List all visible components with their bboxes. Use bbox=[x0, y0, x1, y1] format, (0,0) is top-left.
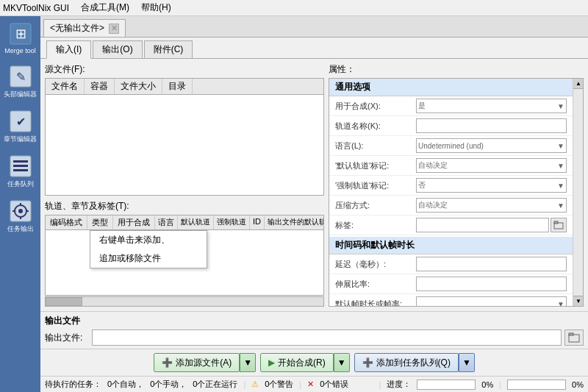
prop-forced-text: 否 bbox=[418, 180, 426, 190]
prop-trackname-value bbox=[416, 118, 567, 133]
props-scrollbar[interactable]: ▲ ▼ bbox=[573, 79, 583, 306]
sidebar-item-chapter[interactable]: ✔ 章节编辑器 bbox=[2, 107, 39, 147]
prop-row-default: '默认轨道'标记: 自动决定 ▼ bbox=[329, 156, 573, 176]
prop-lang-label: 语言(L): bbox=[335, 140, 416, 152]
prop-tags-container bbox=[416, 218, 567, 232]
col-default: 默认轨道 bbox=[178, 215, 214, 229]
tab-input[interactable]: 输入(I) bbox=[46, 40, 91, 59]
add-source-icon: ➕ bbox=[162, 357, 173, 368]
prop-compress-label: 压缩方式: bbox=[335, 200, 416, 211]
prop-row-tags: 标签: bbox=[329, 215, 573, 235]
tracks-hscroll[interactable] bbox=[45, 296, 324, 307]
status-tasks-manual: 0个手动， bbox=[150, 379, 187, 390]
prop-trackname-label: 轨道名称(K): bbox=[335, 121, 416, 132]
output-row: 输出文件: bbox=[45, 329, 584, 346]
prop-row-delay: 延迟（毫秒）: bbox=[329, 254, 573, 274]
add-source-btn[interactable]: ➕ 添加源文件(A) bbox=[154, 353, 240, 372]
prop-compress-value: 自动决定 ▼ bbox=[416, 198, 567, 213]
sidebar-item-queue[interactable]: 任务队列 bbox=[2, 152, 39, 192]
prop-tags-browse-btn[interactable] bbox=[551, 218, 567, 232]
status-progress-label: 进度： bbox=[387, 379, 411, 390]
prop-compress-select[interactable]: 自动决定 ▼ bbox=[416, 198, 567, 213]
prop-lang-select[interactable]: Undetermined (und) ▼ bbox=[416, 138, 567, 153]
start-merge-btn[interactable]: ▶ 开始合成(R) bbox=[260, 353, 334, 372]
svg-rect-22 bbox=[569, 333, 573, 335]
prop-stretch-input[interactable] bbox=[416, 277, 567, 291]
output-section-label: 输出文件 bbox=[45, 315, 584, 327]
tracks-table: 编码格式 类型 用于合成 语言 默认轨道 强制轨道 ID 输出文件的默认轨道 右… bbox=[45, 215, 324, 296]
prop-lang-value: Undetermined (und) ▼ bbox=[416, 138, 567, 153]
menu-item-tools[interactable]: 合成工具(M) bbox=[81, 1, 129, 14]
status-sep1: | bbox=[243, 380, 245, 389]
status-errors: 0个错误 bbox=[320, 379, 348, 390]
warning-icon: ⚠ bbox=[251, 379, 259, 389]
tracks-scrollbar[interactable] bbox=[45, 296, 324, 307]
sidebar-item-merge[interactable]: ⊞ Merge tool bbox=[2, 19, 39, 57]
prop-lang-arrow: ▼ bbox=[557, 142, 564, 150]
inner-tabs: 输入(I) 输出(O) 附件(C) bbox=[40, 38, 588, 59]
add-source-dropdown[interactable]: ▼ bbox=[240, 353, 256, 372]
add-queue-dropdown[interactable]: ▼ bbox=[459, 353, 475, 372]
main-layout: ⊞ Merge tool ✎ 头部编辑器 ✔ 章节编辑器 bbox=[0, 16, 588, 392]
prop-tags-value bbox=[416, 218, 567, 232]
scroll-up-btn[interactable]: ▲ bbox=[573, 79, 584, 89]
prop-fps-value: ▼ bbox=[416, 296, 567, 307]
prop-tags-input[interactable] bbox=[416, 218, 549, 232]
sidebar-merge-label: Merge tool bbox=[4, 47, 36, 54]
status-tasks-label: 待执行的任务： bbox=[45, 379, 101, 390]
prop-row-compress: 压缩方式: 自动决定 ▼ bbox=[329, 196, 573, 215]
content-area: <无输出文件> ✕ 输入(I) 输出(O) 附件(C) 源文件(F): 文件名 … bbox=[40, 16, 588, 392]
prop-fps-arrow: ▼ bbox=[557, 300, 564, 307]
tab-output[interactable]: 输出(O) bbox=[93, 40, 142, 58]
prop-use-text: 是 bbox=[418, 101, 426, 111]
prop-fps-select[interactable]: ▼ bbox=[416, 296, 567, 307]
col-lang: 语言 bbox=[155, 215, 178, 229]
left-panel: 源文件(F): 文件名 容器 文件大小 目录 轨道、章节及标签(T): 编码格式 bbox=[45, 63, 324, 307]
sidebar-item-output[interactable]: 任务输出 bbox=[2, 196, 39, 237]
prop-delay-label: 延迟（毫秒）: bbox=[335, 259, 416, 270]
prop-row-lang: 语言(L): Undetermined (und) ▼ bbox=[329, 136, 573, 156]
prop-delay-input[interactable] bbox=[416, 257, 567, 271]
add-source-label: 添加源文件(A) bbox=[176, 357, 232, 369]
menu-item-help[interactable]: 帮助(H) bbox=[141, 1, 171, 14]
prop-delay-value bbox=[416, 257, 567, 271]
prop-default-arrow: ▼ bbox=[557, 162, 564, 170]
prop-use-select[interactable]: 是 ▼ bbox=[416, 99, 567, 113]
svg-rect-7 bbox=[13, 160, 28, 163]
merge-tool-icon: ⊞ bbox=[9, 22, 32, 46]
col-filesize: 文件大小 bbox=[115, 79, 162, 94]
prop-default-value: 自动决定 ▼ bbox=[416, 158, 567, 173]
output-browse-btn[interactable] bbox=[564, 329, 584, 346]
add-queue-icon: ➕ bbox=[362, 357, 373, 368]
tracks-hscroll-thumb[interactable] bbox=[46, 297, 82, 306]
start-merge-dropdown[interactable]: ▼ bbox=[334, 353, 350, 372]
prop-lang-text: Undetermined (und) bbox=[418, 142, 484, 150]
file-table: 文件名 容器 文件大小 目录 bbox=[45, 78, 324, 196]
context-menu-item-add[interactable]: 右键单击来添加、 bbox=[90, 231, 207, 249]
col-dir: 目录 bbox=[162, 79, 193, 94]
start-merge-label: 开始合成(R) bbox=[278, 357, 326, 369]
tracks-table-header: 编码格式 类型 用于合成 语言 默认轨道 强制轨道 ID 输出文件的默认轨道 bbox=[46, 215, 323, 230]
sidebar-item-header[interactable]: ✎ 头部编辑器 bbox=[2, 62, 39, 102]
prop-stretch-label: 伸展比率: bbox=[335, 279, 416, 290]
doc-tab-close[interactable]: ✕ bbox=[109, 24, 119, 34]
prop-default-select[interactable]: 自动决定 ▼ bbox=[416, 158, 567, 173]
queue-icon bbox=[9, 154, 32, 178]
doc-tab-main[interactable]: <无输出文件> ✕ bbox=[43, 19, 126, 37]
output-file-input[interactable] bbox=[92, 329, 562, 346]
context-menu-item-remove[interactable]: 追加或移除文件 bbox=[90, 249, 207, 268]
prop-row-use: 用于合成(X): 是 ▼ bbox=[329, 96, 573, 116]
action-bar: ➕ 添加源文件(A) ▼ ▶ 开始合成(R) ▼ ➕ 添加到任务队列(Q) ▼ bbox=[40, 349, 588, 376]
svg-rect-8 bbox=[13, 165, 28, 167]
prop-default-text: 自动决定 bbox=[418, 160, 448, 171]
prop-forced-select[interactable]: 否 ▼ bbox=[416, 178, 567, 193]
menu-item-app[interactable]: MKVToolNix GUI bbox=[3, 3, 69, 13]
prop-trackname-input[interactable] bbox=[416, 118, 567, 133]
prop-tags-label: 标签: bbox=[335, 220, 416, 231]
scroll-down-btn[interactable]: ▼ bbox=[573, 296, 584, 306]
add-queue-btn[interactable]: ➕ 添加到任务队列(Q) bbox=[354, 353, 459, 372]
prop-row-stretch: 伸展比率: bbox=[329, 274, 573, 294]
prop-use-arrow: ▼ bbox=[557, 102, 564, 110]
status-sep3: | bbox=[379, 380, 381, 389]
tab-attachments[interactable]: 附件(C) bbox=[144, 40, 193, 58]
